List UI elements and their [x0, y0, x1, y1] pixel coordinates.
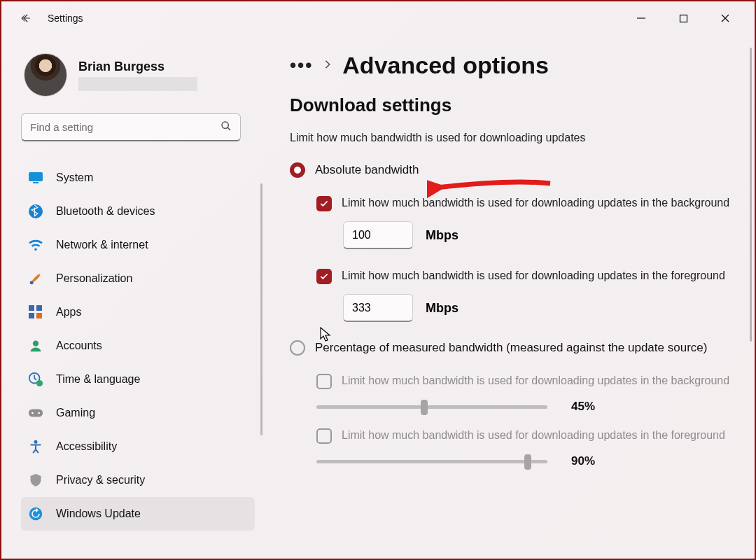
search-input[interactable]: [30, 121, 220, 133]
shield-icon: [28, 472, 43, 488]
svg-rect-15: [29, 410, 43, 417]
bluetooth-icon: [28, 204, 43, 219]
sidebar-item-network[interactable]: Network & internet: [21, 228, 255, 262]
checkbox-label: Limit how much bandwidth is used for dow…: [342, 372, 729, 388]
svg-point-16: [31, 412, 34, 414]
sidebar-item-personalization[interactable]: Personalization: [21, 262, 255, 295]
sidebar-item-privacy[interactable]: Privacy & security: [21, 463, 255, 497]
checkbox-label: Limit how much bandwidth is used for dow…: [342, 195, 729, 211]
page-title: Advanced options: [342, 52, 549, 79]
nav-list: System Bluetooth & devices Network & int…: [21, 161, 260, 531]
svg-rect-11: [36, 313, 42, 318]
minimize-button[interactable]: [631, 8, 651, 28]
background-pct-value: 45%: [571, 400, 595, 414]
svg-point-7: [30, 281, 34, 284]
accessibility-icon: [28, 439, 43, 454]
paintbrush-icon: [28, 271, 43, 286]
sidebar-item-system[interactable]: System: [21, 161, 255, 195]
apps-icon: [28, 304, 43, 320]
svg-point-6: [34, 248, 37, 251]
checkbox-limit-foreground-pct: Limit how much bandwidth is used for dow…: [316, 427, 734, 444]
foreground-pct-slider: [316, 454, 547, 469]
sidebar-item-label: Privacy & security: [56, 474, 145, 486]
checkbox-unchecked-icon: [316, 374, 332, 389]
profile-block[interactable]: Brian Burgess: [21, 49, 260, 109]
checkbox-unchecked-icon: [316, 428, 332, 444]
checkbox-checked-icon: [316, 269, 332, 284]
sidebar-item-label: Accounts: [56, 340, 102, 352]
checkbox-label: Limit how much bandwidth is used for dow…: [342, 427, 725, 443]
titlebar: Settings: [1, 1, 755, 35]
breadcrumb: ••• Advanced options: [290, 52, 734, 79]
search-box[interactable]: [21, 113, 241, 141]
sidebar-item-apps[interactable]: Apps: [21, 295, 255, 329]
radio-label: Absolute bandwidth: [315, 163, 419, 177]
main-scrollbar[interactable]: [750, 48, 752, 342]
svg-rect-8: [29, 305, 34, 311]
sidebar-item-label: Windows Update: [56, 507, 141, 520]
back-button[interactable]: [14, 6, 38, 30]
unit-label: Mbps: [426, 228, 458, 243]
system-icon: [28, 170, 43, 186]
sidebar-item-label: Network & internet: [56, 239, 148, 251]
sidebar-item-label: Accessibility: [56, 440, 117, 453]
svg-rect-4: [33, 182, 38, 183]
unit-label: Mbps: [426, 301, 458, 316]
person-icon: [28, 338, 43, 354]
checkbox-label: Limit how much bandwidth is used for dow…: [342, 267, 725, 284]
sidebar-item-label: Bluetooth & devices: [56, 205, 155, 218]
sidebar-item-label: Gaming: [56, 407, 95, 419]
svg-point-2: [222, 122, 228, 128]
section-title: Download settings: [290, 94, 734, 116]
sidebar-item-windows-update[interactable]: Windows Update: [21, 497, 255, 531]
radio-label: Percentage of measured bandwidth (measur…: [315, 341, 707, 355]
sidebar-item-bluetooth[interactable]: Bluetooth & devices: [21, 195, 255, 228]
gamepad-icon: [28, 405, 43, 421]
sidebar-item-label: System: [56, 172, 93, 184]
sidebar: Brian Burgess System: [1, 35, 260, 559]
close-button[interactable]: [715, 8, 735, 28]
search-icon: [220, 120, 232, 134]
foreground-pct-value: 90%: [571, 454, 595, 468]
sidebar-item-time-language[interactable]: Time & language: [21, 363, 255, 396]
clock-globe-icon: [28, 372, 43, 387]
checkbox-checked-icon: [316, 196, 332, 211]
sidebar-item-label: Apps: [56, 306, 81, 318]
chevron-right-icon: [324, 58, 331, 73]
svg-rect-10: [29, 313, 34, 318]
avatar: [24, 53, 67, 97]
radio-absolute-bandwidth[interactable]: Absolute bandwidth: [290, 162, 734, 178]
background-bandwidth-input[interactable]: [343, 221, 413, 249]
svg-rect-9: [36, 305, 42, 311]
svg-point-17: [38, 412, 40, 414]
update-icon: [28, 506, 43, 522]
background-pct-slider: [316, 399, 547, 414]
sidebar-item-accounts[interactable]: Accounts: [21, 329, 255, 363]
checkbox-limit-background[interactable]: Limit how much bandwidth is used for dow…: [316, 195, 734, 211]
profile-name: Brian Burgess: [78, 59, 197, 74]
sidebar-item-gaming[interactable]: Gaming: [21, 396, 255, 430]
app-title: Settings: [48, 13, 83, 24]
sidebar-item-label: Time & language: [56, 373, 140, 386]
checkbox-limit-background-pct: Limit how much bandwidth is used for dow…: [316, 372, 734, 389]
svg-point-12: [33, 341, 38, 346]
radio-icon-selected: [290, 162, 305, 178]
breadcrumb-ellipsis[interactable]: •••: [290, 55, 313, 76]
radio-icon-unselected: [290, 340, 305, 356]
svg-rect-3: [29, 172, 43, 181]
foreground-bandwidth-input[interactable]: [343, 294, 413, 322]
sidebar-item-accessibility[interactable]: Accessibility: [21, 430, 255, 463]
checkbox-limit-foreground[interactable]: Limit how much bandwidth is used for dow…: [316, 267, 734, 284]
profile-email-redacted: [78, 77, 197, 91]
svg-rect-1: [680, 15, 687, 22]
svg-point-14: [36, 380, 43, 386]
sidebar-item-label: Personalization: [56, 272, 132, 285]
svg-point-18: [34, 440, 38, 444]
wifi-icon: [28, 237, 43, 253]
section-subtitle: Limit how much bandwidth is used for dow…: [290, 132, 734, 144]
radio-percentage-bandwidth[interactable]: Percentage of measured bandwidth (measur…: [290, 340, 734, 356]
maximize-button[interactable]: [673, 8, 693, 28]
main-content: ••• Advanced options Download settings L…: [260, 35, 755, 559]
